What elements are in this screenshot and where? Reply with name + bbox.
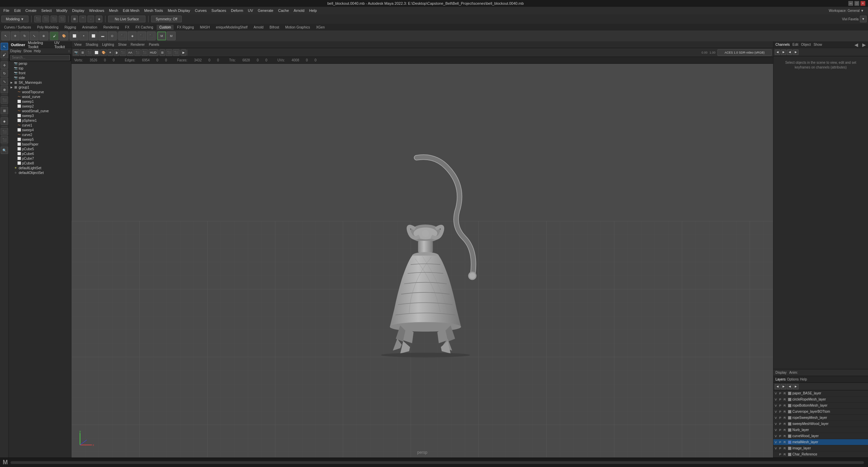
shelf-icon-scale[interactable]: ⤡ (30, 32, 39, 40)
shelf-icon-crease[interactable]: M (167, 32, 176, 40)
vp-hud-btn[interactable]: HUD (149, 49, 158, 56)
tree-item[interactable]: 〜woodTopcurve (9, 90, 71, 94)
tree-item[interactable]: ⬜pSphere1 (9, 118, 71, 123)
menu-surfaces[interactable]: Surfaces (210, 8, 228, 13)
tree-item[interactable]: ⬜pCube7 (9, 156, 71, 161)
tree-item[interactable]: 〜curve1 (9, 123, 71, 128)
tree-item[interactable]: ○defaultObjectSet (9, 170, 71, 175)
layer-playback-btn[interactable]: P (779, 392, 783, 395)
outliner-help-menu[interactable]: Help (34, 49, 41, 53)
layer-playback-btn[interactable]: P (779, 410, 783, 413)
vp-bbox-btn[interactable]: ⬜ (93, 49, 100, 56)
outliner-tab[interactable]: Outliner (11, 43, 25, 47)
vp-usedefault-btn[interactable]: 🎨 (100, 49, 107, 56)
tree-item[interactable]: ☀defaultLightSet (9, 166, 71, 170)
vp-colorspace-btn[interactable]: ACES 1.0 SDR-video (sRGB) (717, 49, 772, 56)
vp-camera-gate-btn[interactable]: ⬛ (166, 49, 172, 56)
user-menu[interactable]: ▼ (860, 16, 867, 22)
layer-render-btn[interactable]: R (784, 428, 787, 432)
layer-render-btn[interactable]: R (784, 422, 787, 426)
menu-select[interactable]: Select (39, 8, 54, 13)
toolbar-btn-1[interactable]: ⬛ (34, 16, 41, 22)
toolbar-btn-4[interactable]: ⬛ (59, 16, 65, 22)
close-button[interactable]: ✕ (861, 1, 865, 6)
snap-point-btn[interactable]: · (87, 16, 94, 22)
menu-uv[interactable]: UV (246, 8, 255, 13)
layer-playback-btn[interactable]: P (779, 434, 783, 438)
options-tab[interactable]: Options (787, 377, 798, 381)
outliner-display-menu[interactable]: Display (10, 49, 21, 53)
layer-visibility-btn[interactable]: V (775, 416, 778, 420)
shelf-tab-mash[interactable]: MASH (197, 25, 213, 30)
symmetry-btn[interactable]: Symmetry: Off (151, 16, 182, 22)
menu-arnold[interactable]: Arnold (292, 8, 307, 13)
snap-surface-btn[interactable]: ◈ (96, 16, 102, 22)
layer-render-btn[interactable]: R (784, 404, 787, 407)
channel-expand-icon[interactable]: ▶ (862, 42, 866, 47)
layer-render-btn[interactable]: R (784, 453, 787, 456)
layer-render-btn[interactable]: R (784, 434, 787, 438)
vp-dof-btn[interactable]: ⬛ (141, 49, 148, 56)
shelf-tab-motiongfx[interactable]: Motion Graphics (282, 25, 313, 30)
toolbar-btn-3[interactable]: ⬛ (51, 16, 57, 22)
tree-item[interactable]: ⬜sweep5 (9, 137, 71, 142)
vp-menu-lighting[interactable]: Lighting (101, 43, 115, 46)
shelf-icon-cylinder[interactable]: ⬜ (89, 32, 98, 40)
menu-deform[interactable]: Deform (229, 8, 245, 13)
layer-row[interactable]: VPRcurveWood_layer (773, 433, 868, 439)
vp-smooth-btn[interactable]: ⬛ (86, 49, 93, 56)
layer-row[interactable]: VPRmetalMesh_layer (773, 439, 868, 445)
shelf-tab-fx-rigging[interactable]: FX Rigging (174, 25, 196, 30)
vp-playblast-btn[interactable]: ▶ (181, 49, 186, 56)
shelf-icon-bevel[interactable]: ◈ (128, 32, 137, 40)
ch-toolbar-btn2[interactable]: ▶ (781, 50, 786, 55)
shelf-icon-smooth[interactable]: M (157, 32, 166, 40)
shelf-tab-arnold[interactable]: Arnold (251, 25, 266, 30)
layer-row[interactable]: VPRCurverope_layerBOTtom (773, 409, 868, 415)
tree-item[interactable]: ⬜pCube8 (9, 161, 71, 166)
layer-sort3-btn[interactable]: ▶ (793, 384, 798, 389)
layer-row[interactable]: VPRimage_layer (773, 445, 868, 451)
layer-visibility-btn[interactable]: V (775, 398, 778, 401)
shelf-tab-animation[interactable]: Animation (79, 25, 100, 30)
tree-item[interactable]: 📷front (9, 71, 71, 75)
select-tool[interactable]: ↖ (1, 43, 8, 50)
outliner-sort-icon[interactable]: ↕ (68, 49, 70, 53)
shelf-icon-rotate[interactable]: ↻ (20, 32, 29, 40)
tree-item[interactable]: ⬜basePaper (9, 142, 71, 147)
layer-sort-btn[interactable]: ▶ (781, 384, 786, 389)
soft-mod-tool[interactable]: ⬛ (1, 96, 8, 104)
vp-shadow-btn[interactable]: ◑ (114, 49, 119, 56)
channels-tab[interactable]: Channels (775, 43, 790, 46)
layer-playback-btn[interactable]: P (779, 404, 783, 407)
scale-tool[interactable]: ⤡ (1, 78, 8, 85)
layer-render-btn[interactable]: R (784, 398, 787, 401)
layer-playback-btn[interactable]: P (779, 453, 783, 456)
shelf-icon-paint[interactable]: 🎨 (59, 32, 68, 40)
ch-toolbar-btn1[interactable]: ◀ (775, 50, 780, 55)
tree-item[interactable]: ⬜sweep3 (9, 113, 71, 118)
layer-row[interactable]: VPRcircleRopeMesh_layer (773, 396, 868, 403)
vp-menu-show[interactable]: Show (117, 43, 128, 46)
ch-toolbar-btn4[interactable]: ▶ (793, 50, 798, 55)
layer-new-btn[interactable]: ◀ (775, 384, 780, 389)
no-live-surface-btn[interactable]: No Live Surface (108, 16, 145, 22)
menu-generate[interactable]: Generate (256, 8, 275, 13)
universal-manip-tool[interactable]: ◈ (1, 117, 8, 125)
tree-item[interactable]: 〜woodSmall_curve (9, 109, 71, 113)
modeling-toolkit-tab[interactable]: Modeling Toolkit (28, 41, 52, 49)
vp-ambient-btn[interactable]: ⬛ (120, 49, 126, 56)
vp-wireframe-btn[interactable]: ⊞ (80, 49, 85, 56)
vp-resolution-gate-btn[interactable]: ⬛ (173, 49, 179, 56)
layer-render-btn[interactable]: R (784, 447, 787, 450)
layer-visibility-btn[interactable]: V (775, 422, 778, 426)
menu-display[interactable]: Display (70, 8, 86, 13)
last-tool[interactable]: ⊕ (1, 86, 8, 93)
layer-render-btn[interactable]: R (784, 392, 787, 395)
layer-row[interactable]: VPRsweepMeshWood_layer (773, 421, 868, 427)
shelf-icon-cube[interactable]: ⬜ (70, 32, 79, 40)
outliner-show-menu[interactable]: Show (23, 49, 32, 53)
shelf-icon-sculpt[interactable]: 🖌 (50, 32, 59, 40)
shelf-icon-sphere[interactable]: ⚬ (79, 32, 88, 40)
uv-toolkit-tab[interactable]: UV Toolkit (54, 41, 69, 49)
